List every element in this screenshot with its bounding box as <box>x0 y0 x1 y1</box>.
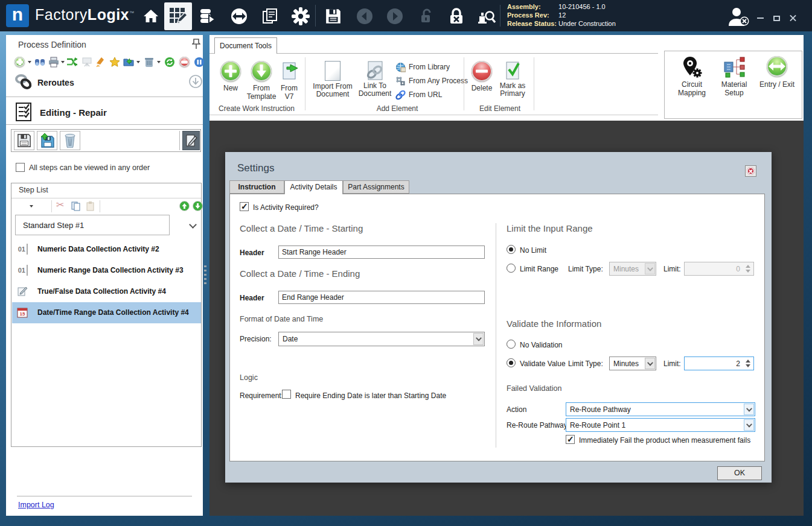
action-select[interactable]: Re-Route Pathway <box>566 402 755 416</box>
reroutes-label[interactable]: Reroutes <box>37 78 74 87</box>
copy-icon[interactable] <box>71 201 81 213</box>
step-list-item[interactable]: True/False Data Collection Activity #4 <box>12 281 201 302</box>
any-order-label: All steps can be viewed in any order <box>29 163 150 172</box>
user-logout-icon[interactable] <box>724 6 752 28</box>
reroute-pathway-select[interactable]: Re-Route Point 1 <box>566 418 755 432</box>
unlock-icon[interactable] <box>414 5 438 28</box>
print-icon[interactable] <box>48 57 59 68</box>
tab-part-assignments[interactable]: Part Assignments <box>343 180 409 194</box>
tab-document-tools[interactable]: Document Tools <box>214 37 277 54</box>
step-list-item[interactable]: 01 Numeric Range Data Collection Activit… <box>12 260 201 281</box>
forward-icon[interactable] <box>383 5 407 28</box>
from-library-button[interactable]: From Library <box>409 63 450 71</box>
release-data-icon[interactable] <box>196 5 220 28</box>
validate-limit-type-select[interactable]: Minutes <box>609 356 656 370</box>
trash-caret-icon[interactable] <box>157 61 161 63</box>
ok-button[interactable]: OK <box>717 466 762 480</box>
step-selector-chevron-icon[interactable] <box>189 221 197 229</box>
move-up-icon[interactable] <box>179 201 190 213</box>
circuit-mapping-button[interactable]: Circuit Mapping <box>673 56 711 97</box>
chevron-down-icon[interactable] <box>645 358 655 369</box>
refresh-icon[interactable] <box>164 57 175 68</box>
edit-mode-button[interactable] <box>182 131 200 150</box>
audit-search-icon[interactable] <box>475 5 499 28</box>
presentation-icon[interactable] <box>82 57 92 68</box>
close-button[interactable] <box>786 13 799 23</box>
edit-actions-toolbar <box>11 129 201 152</box>
immediately-fail-checkbox[interactable] <box>566 435 575 444</box>
delete-step-button[interactable] <box>60 131 80 150</box>
export-icon[interactable] <box>123 57 134 68</box>
save-icon[interactable] <box>321 5 345 28</box>
minimize-button[interactable] <box>753 13 767 23</box>
tab-instruction[interactable]: Instruction <box>229 180 284 194</box>
any-order-checkbox[interactable] <box>16 163 25 172</box>
process-designer-icon[interactable] <box>164 2 192 30</box>
add-caret-icon[interactable] <box>28 61 31 63</box>
validate-value-radio[interactable] <box>507 358 516 367</box>
export-caret-icon[interactable] <box>136 61 140 63</box>
cut-icon[interactable]: ✂ <box>56 199 64 211</box>
no-validation-radio[interactable] <box>507 340 516 349</box>
maximize-button[interactable] <box>770 13 783 23</box>
cleanup-icon[interactable] <box>95 57 106 68</box>
svg-text:15: 15 <box>20 311 25 317</box>
mark-as-primary-button[interactable]: Mark as Primary <box>496 61 529 98</box>
add-icon[interactable] <box>14 57 25 68</box>
from-library-icon <box>395 62 406 72</box>
from-any-process-button[interactable]: From Any Process <box>409 77 468 85</box>
new-button[interactable]: New <box>217 61 244 92</box>
pause-icon[interactable] <box>194 57 205 68</box>
from-v7-button[interactable]: From V7 <box>277 61 301 101</box>
find-icon[interactable] <box>34 57 45 68</box>
expand-down-icon[interactable] <box>189 75 202 90</box>
import-from-document-button[interactable]: Import From Document <box>310 61 356 98</box>
precision-select[interactable]: Date <box>278 332 485 346</box>
home-icon[interactable] <box>139 5 163 28</box>
print-caret-icon[interactable] <box>61 61 65 63</box>
no-limit-radio[interactable] <box>507 245 516 254</box>
documents-icon[interactable] <box>258 5 283 28</box>
remove-icon[interactable] <box>179 57 190 68</box>
transfer-icon[interactable] <box>227 5 251 28</box>
chevron-down-icon[interactable] <box>744 404 754 415</box>
from-template-button[interactable]: From Template <box>246 61 277 101</box>
chevron-down-icon[interactable] <box>473 333 484 345</box>
paste-icon[interactable] <box>85 201 95 213</box>
add-step-caret-icon[interactable] <box>30 205 33 208</box>
trash-icon[interactable] <box>144 57 155 68</box>
material-setup-button[interactable]: Material Setup <box>715 56 753 97</box>
pin-icon[interactable] <box>192 39 200 51</box>
divider <box>51 200 52 212</box>
chevron-down-icon[interactable] <box>744 419 754 431</box>
require-ending-later-checkbox[interactable] <box>282 390 291 399</box>
back-icon[interactable] <box>353 5 377 28</box>
circuit-mapping-icon <box>682 56 702 79</box>
is-activity-required-checkbox[interactable] <box>240 202 249 211</box>
delete-element-button[interactable]: Delete <box>468 61 495 92</box>
link-to-document-button[interactable]: Link To Document <box>357 61 393 98</box>
move-down-icon[interactable] <box>193 201 203 213</box>
entry-exit-button[interactable]: Entry / Exit <box>755 56 799 89</box>
application-window: n FactoryLogix™ <box>0 0 812 526</box>
dialog-close-button[interactable] <box>745 165 756 177</box>
spinner-buttons[interactable] <box>744 358 752 369</box>
step-selector[interactable]: Standard Step #1 <box>15 215 170 235</box>
tab-activity-details[interactable]: Activity Details <box>284 180 343 194</box>
reroute-paths-icon[interactable] <box>66 57 77 68</box>
step-list-item-selected[interactable]: 15 Date/Time Range Data Collection Activ… <box>12 302 201 323</box>
panel-splitter[interactable] <box>204 265 206 286</box>
wizard-star-icon[interactable] <box>109 57 120 68</box>
mark-as-primary-icon <box>504 61 522 81</box>
end-header-input[interactable] <box>278 291 485 304</box>
validate-limit-spinner[interactable]: 2 <box>684 356 754 370</box>
start-header-input[interactable] <box>278 246 485 259</box>
step-list-item[interactable]: 01 Numeric Data Collection Activity #2 <box>12 239 201 260</box>
limit-range-radio[interactable] <box>507 264 516 273</box>
settings-gear-icon[interactable] <box>289 5 313 28</box>
save-step-button[interactable] <box>14 131 34 150</box>
save-import-button[interactable] <box>37 131 57 150</box>
lock-discard-icon[interactable] <box>444 5 468 28</box>
from-url-button[interactable]: From URL <box>409 90 442 99</box>
import-log-link[interactable]: Import Log <box>18 501 54 509</box>
